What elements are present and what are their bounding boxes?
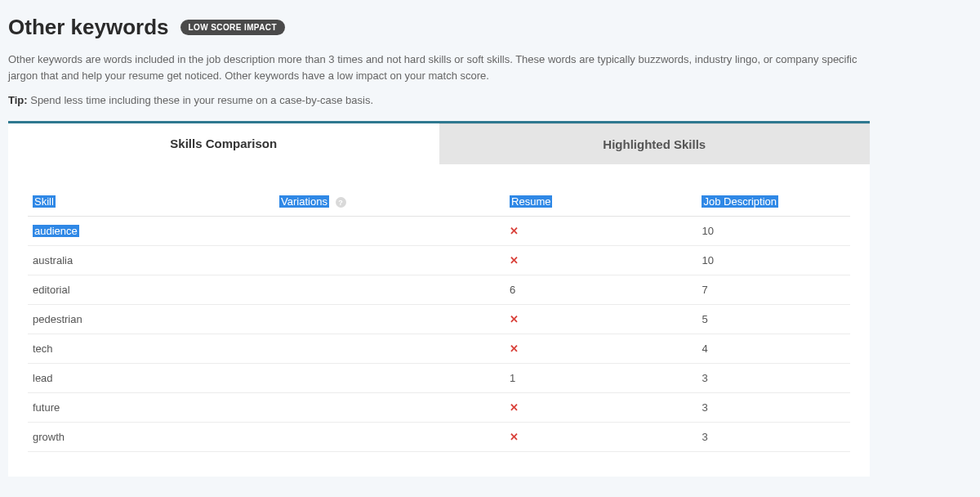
x-icon: ✕: [510, 254, 519, 266]
cell-resume: ✕: [505, 423, 669, 452]
cell-jobdesc: 3: [669, 364, 850, 393]
col-header-jobdesc-label: Job Description: [702, 195, 778, 208]
cell-skill: audience: [28, 217, 274, 246]
description-text: Other keywords are words included in the…: [8, 51, 870, 84]
cell-jobdesc: 5: [669, 305, 850, 334]
tabs: Skills Comparison Highlighted Skills: [8, 123, 870, 164]
tip-label: Tip:: [8, 94, 28, 106]
table-wrap: Skill Variations ? Resume Job Descriptio…: [8, 164, 870, 477]
keywords-table: Skill Variations ? Resume Job Descriptio…: [28, 189, 850, 452]
table-row: editorial67: [28, 275, 850, 305]
cell-variations: [274, 334, 505, 364]
x-icon: ✕: [510, 313, 519, 325]
cell-resume: 6: [505, 275, 669, 305]
table-body: audience✕10australia✕10editorial67pedest…: [28, 217, 850, 452]
cell-skill: lead: [28, 364, 274, 393]
cell-skill: australia: [28, 246, 274, 275]
cell-skill: growth: [28, 423, 274, 452]
cell-variations: [274, 217, 505, 246]
cell-resume: ✕: [505, 334, 669, 364]
info-icon[interactable]: ?: [336, 197, 346, 208]
cell-variations: [274, 305, 505, 334]
impact-badge: LOW SCORE IMPACT: [180, 20, 285, 35]
table-row: growth✕3: [28, 423, 850, 452]
cell-skill: pedestrian: [28, 305, 274, 334]
table-header-row: Skill Variations ? Resume Job Descriptio…: [28, 189, 850, 217]
cell-variations: [274, 393, 505, 423]
cell-skill: editorial: [28, 275, 274, 305]
table-row: australia✕10: [28, 246, 850, 275]
cell-resume: 1: [505, 364, 669, 393]
cell-resume: ✕: [505, 217, 669, 246]
cell-jobdesc: 10: [669, 217, 850, 246]
tab-highlighted-skills[interactable]: Highlighted Skills: [439, 123, 871, 164]
cell-jobdesc: 4: [669, 334, 850, 364]
cell-jobdesc: 7: [669, 275, 850, 305]
page-root: Other keywords LOW SCORE IMPACT Other ke…: [0, 0, 878, 477]
tip-body: Spend less time including these in your …: [28, 94, 373, 106]
col-header-jobdesc[interactable]: Job Description: [669, 189, 850, 217]
skill-label: audience: [33, 225, 79, 237]
cell-variations: [274, 246, 505, 275]
col-header-skill[interactable]: Skill: [28, 189, 274, 217]
col-header-variations[interactable]: Variations ?: [274, 189, 505, 217]
cell-resume: ✕: [505, 305, 669, 334]
cell-jobdesc: 3: [669, 423, 850, 452]
table-row: lead13: [28, 364, 850, 393]
tab-skills-comparison[interactable]: Skills Comparison: [8, 123, 439, 164]
x-icon: ✕: [510, 401, 519, 414]
table-row: audience✕10: [28, 217, 850, 246]
cell-resume: ✕: [505, 393, 669, 423]
tab-container: Skills Comparison Highlighted Skills Ski…: [8, 121, 870, 477]
col-header-resume-label: Resume: [510, 195, 552, 208]
cell-variations: [274, 275, 505, 305]
cell-variations: [274, 423, 505, 452]
x-icon: ✕: [510, 343, 519, 355]
x-icon: ✕: [510, 431, 519, 443]
header-row: Other keywords LOW SCORE IMPACT: [8, 15, 870, 40]
cell-variations: [274, 364, 505, 393]
cell-skill: tech: [28, 334, 274, 364]
col-header-resume[interactable]: Resume: [505, 189, 669, 217]
table-row: tech✕4: [28, 334, 850, 364]
cell-skill: future: [28, 393, 274, 423]
col-header-variations-label: Variations: [279, 195, 329, 208]
cell-resume: ✕: [505, 246, 669, 275]
page-title: Other keywords: [8, 15, 169, 40]
cell-jobdesc: 10: [669, 246, 850, 275]
tip-text: Tip: Spend less time including these in …: [8, 94, 870, 106]
table-row: pedestrian✕5: [28, 305, 850, 334]
x-icon: ✕: [510, 225, 519, 237]
col-header-skill-label: Skill: [33, 195, 56, 208]
cell-jobdesc: 3: [669, 393, 850, 423]
table-row: future✕3: [28, 393, 850, 423]
